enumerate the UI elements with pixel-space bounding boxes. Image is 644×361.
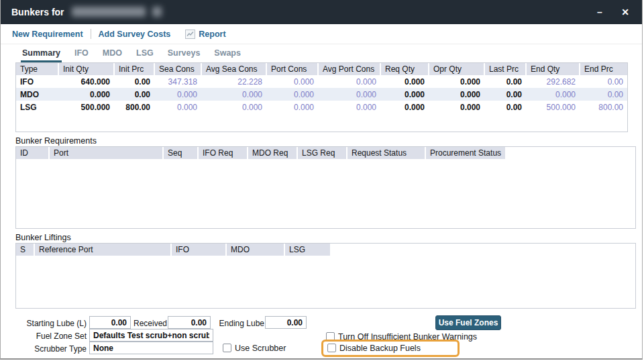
vessel-name-redacted: [72, 7, 146, 17]
tab-summary[interactable]: Summary: [21, 44, 62, 62]
col-mdo[interactable]: MDO: [227, 244, 284, 256]
bunker-liftings-header: S Reference Port IFO MDO LSG: [16, 244, 635, 256]
add-survey-costs-button[interactable]: Add Survey Costs: [99, 30, 171, 39]
table-row-lsg: LSG 500.000 800.00 0.000 0.000 0.000 0.0…: [16, 101, 627, 113]
col-sea-cons[interactable]: Sea Cons: [154, 63, 201, 75]
cell-port-cons: 0.000: [266, 101, 318, 113]
tab-mdo[interactable]: MDO: [101, 44, 123, 62]
col-s[interactable]: S: [16, 244, 34, 256]
bunkers-dialog: Bunkers for – ✕ New Requirement Add Surv…: [0, 0, 643, 360]
col-req-qty[interactable]: Req Qty: [380, 63, 429, 75]
cell-init-qty[interactable]: 500.000: [58, 101, 114, 113]
tab-lsg[interactable]: LSG: [135, 44, 155, 62]
cell-end-qty: 0.000: [526, 88, 580, 101]
minimize-button[interactable]: –: [590, 0, 610, 24]
cell-init-qty[interactable]: 640.000: [58, 75, 114, 88]
col-init-prc[interactable]: Init Prc: [114, 63, 154, 75]
cell-opr-qty[interactable]: 0.000: [429, 75, 484, 88]
col-ifo-req[interactable]: IFO Req: [199, 147, 247, 159]
col-init-qty[interactable]: Init Qty: [58, 63, 114, 75]
vessel-name-redacted-suffix: [152, 7, 162, 17]
cell-init-prc[interactable]: 800.00: [114, 101, 154, 113]
cell-opr-qty[interactable]: 0.000: [429, 88, 484, 101]
cell-port-cons: 0.000: [266, 75, 318, 88]
col-lsg[interactable]: LSG: [285, 244, 330, 256]
cell-avg-port-cons: 0.000: [318, 88, 380, 101]
cell-avg-sea-cons: 0.000: [201, 101, 266, 113]
cell-end-qty: 500.000: [526, 101, 580, 113]
bunker-liftings-label: Bunker Liftings: [15, 233, 71, 242]
cell-init-prc[interactable]: 0.00: [114, 75, 154, 88]
new-requirement-button[interactable]: New Requirement: [12, 30, 83, 39]
col-port[interactable]: Port: [50, 147, 162, 159]
received-field[interactable]: [168, 316, 211, 329]
cell-avg-port-cons: 0.000: [318, 75, 380, 88]
table-row-ifo: IFO 640.000 0.00 347.318 22.228 0.000 0.…: [16, 75, 627, 88]
tab-ifo[interactable]: IFO: [73, 44, 90, 62]
cell-last-prc[interactable]: 0.00: [484, 101, 526, 113]
cell-last-prc[interactable]: 0.00: [484, 88, 526, 101]
cell-sea-cons: 0.000: [154, 101, 201, 113]
ending-lube-field[interactable]: [265, 316, 307, 329]
bunker-requirements-table: ID Port Seq IFO Req MDO Req LSG Req Requ…: [15, 146, 636, 229]
disable-backup-fuels-checkbox[interactable]: [327, 344, 336, 352]
cell-req-qty[interactable]: 0.000: [380, 88, 429, 101]
col-end-qty[interactable]: End Qty: [526, 63, 580, 75]
toolbar-divider: [91, 29, 91, 39]
close-button[interactable]: ✕: [615, 0, 635, 24]
tab-surveys[interactable]: Surveys: [166, 44, 202, 62]
cell-opr-qty[interactable]: 0.000: [429, 101, 484, 113]
cell-end-prc: 0.00: [580, 88, 627, 101]
cell-sea-cons: 347.318: [154, 75, 201, 88]
cell-type[interactable]: MDO: [16, 88, 58, 101]
col-lsg-req[interactable]: LSG Req: [298, 147, 346, 159]
starting-lube-field[interactable]: [89, 316, 131, 329]
bunker-requirements-label: Bunker Requirements: [15, 136, 97, 146]
report-button[interactable]: Report: [185, 30, 225, 39]
col-avg-sea-cons[interactable]: Avg Sea Cons: [201, 63, 266, 75]
use-scrubber-checkbox[interactable]: [223, 344, 231, 352]
tab-swaps[interactable]: Swaps: [213, 44, 242, 62]
summary-header-row: Type Init Qty Init Prc Sea Cons Avg Sea …: [16, 63, 627, 75]
received-label: Received: [132, 319, 167, 328]
cell-req-qty[interactable]: 0.000: [380, 101, 429, 113]
titlebar: Bunkers for – ✕: [1, 0, 642, 24]
col-end-prc[interactable]: End Prc: [580, 63, 627, 75]
col-procurement-status[interactable]: Procurement Status: [426, 147, 505, 159]
cell-type[interactable]: LSG: [16, 101, 58, 113]
cell-sea-cons: 0.000: [154, 88, 201, 101]
disable-backup-fuels-label[interactable]: Disable Backup Fuels: [339, 344, 421, 353]
ending-lube-label: Ending Lube: [219, 319, 264, 328]
cell-req-qty[interactable]: 0.000: [380, 75, 429, 88]
col-opr-qty[interactable]: Opr Qty: [429, 63, 484, 75]
scrubber-type-field[interactable]: [89, 342, 213, 354]
cell-port-cons: 0.000: [266, 88, 318, 101]
col-type[interactable]: Type: [16, 63, 58, 75]
use-fuel-zones-button[interactable]: Use Fuel Zones: [435, 315, 501, 330]
line-chart-icon: [185, 30, 195, 39]
tab-bar: Summary IFO MDO LSG Surveys Swaps: [1, 44, 642, 62]
col-request-status[interactable]: Request Status: [347, 147, 425, 159]
col-mdo-req[interactable]: MDO Req: [248, 147, 297, 159]
starting-lube-label: Starting Lube (L): [1, 319, 87, 328]
cell-type[interactable]: IFO: [16, 75, 58, 88]
col-id[interactable]: ID: [16, 147, 48, 159]
summary-table: Type Init Qty Init Prc Sea Cons Avg Sea …: [15, 62, 628, 132]
cell-end-qty: 292.682: [526, 75, 580, 88]
screen: Bunkers for – ✕ New Requirement Add Surv…: [0, 0, 644, 361]
col-avg-port-cons[interactable]: Avg Port Cons: [318, 63, 380, 75]
col-ifo[interactable]: IFO: [172, 244, 225, 256]
toolbar: New Requirement Add Survey Costs Report: [1, 24, 642, 44]
bunker-requirements-header: ID Port Seq IFO Req MDO Req LSG Req Requ…: [16, 147, 635, 159]
col-seq[interactable]: Seq: [164, 147, 197, 159]
cell-end-prc: 800.00: [580, 101, 627, 113]
cell-init-qty[interactable]: 0.000: [58, 88, 114, 101]
fuel-zone-set-field[interactable]: [89, 329, 213, 342]
cell-last-prc[interactable]: 0.00: [484, 75, 526, 88]
use-scrubber-label[interactable]: Use Scrubber: [235, 344, 286, 353]
col-last-prc[interactable]: Last Prc: [484, 63, 526, 75]
col-reference-port[interactable]: Reference Port: [35, 244, 170, 256]
col-port-cons[interactable]: Port Cons: [266, 63, 318, 75]
cell-init-prc[interactable]: 0.00: [114, 88, 154, 101]
scrubber-type-label: Scrubber Type: [1, 344, 87, 354]
